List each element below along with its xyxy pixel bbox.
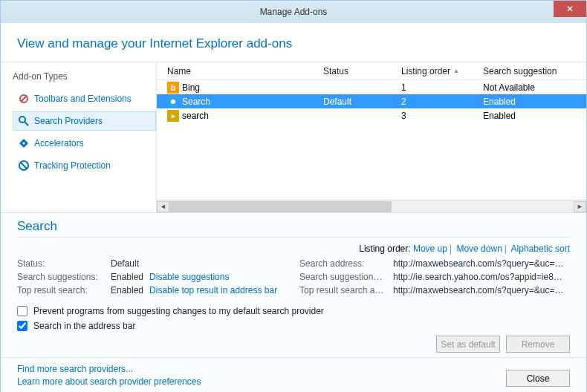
search-addressbar-checkbox[interactable]: Search in the address bar — [17, 321, 570, 331]
accelerator-icon — [18, 137, 30, 149]
sidebar-item-accelerators[interactable]: Accelerators — [13, 134, 156, 153]
details-title: Search — [17, 219, 570, 234]
search-icon — [18, 115, 30, 127]
sidebar-item-tracking-protection[interactable]: Tracking Protection — [13, 156, 156, 175]
cell-order: 3 — [395, 111, 477, 121]
suggestions-label: Search suggestions: — [17, 272, 111, 282]
sidebar-title: Add-on Types — [13, 71, 156, 82]
col-header-listing-order[interactable]: Listing order▲ — [395, 66, 477, 76]
details-panel: Search Listing order: Move up| Move down… — [1, 212, 586, 357]
window-close-button[interactable]: ✕ — [554, 1, 586, 17]
svg-line-6 — [21, 163, 27, 169]
remove-button[interactable]: Remove — [506, 336, 570, 353]
top-result-address-label: Top result search a… — [299, 285, 393, 295]
close-button[interactable]: Close — [506, 370, 570, 387]
table-row[interactable]: ▸search 3 Enabled — [157, 108, 586, 122]
close-icon: ✕ — [566, 4, 574, 14]
find-providers-link[interactable]: Find more search providers... — [17, 364, 201, 374]
cell-sugg: Not Available — [477, 82, 581, 93]
cell-name: search — [182, 111, 209, 121]
page-heading: View and manage your Internet Explorer a… — [1, 23, 586, 62]
sidebar-item-search-providers[interactable]: Search Providers — [13, 111, 156, 131]
main-body: Add-on Types Toolbars and Extensions Sea… — [1, 62, 586, 212]
prevent-changes-input[interactable] — [17, 306, 27, 316]
svg-point-8 — [171, 99, 175, 104]
cell-status: Default — [317, 97, 395, 107]
details-right-column: Search address:http://maxwebsearch.com/s… — [299, 258, 570, 298]
scroll-thumb[interactable] — [169, 201, 392, 212]
top-result-address-value: http://maxwebsearch.com/s?query=&uc=2015… — [393, 285, 564, 295]
search-suggestion-label: Search suggestion… — [299, 272, 393, 282]
scroll-right-button[interactable]: ► — [574, 201, 586, 212]
grid-panel: Name Status Listing order▲ Search sugges… — [157, 62, 586, 212]
cell-order: 2 — [395, 97, 477, 107]
horizontal-scrollbar[interactable]: ◄ ► — [157, 200, 586, 212]
col-header-status[interactable]: Status — [317, 66, 395, 76]
suggestions-value: Enabled — [111, 272, 143, 282]
toolbar-icon — [18, 93, 30, 105]
footer: Find more search providers... Learn more… — [1, 357, 586, 392]
sidebar-item-label: Accelerators — [34, 138, 84, 148]
search-address-value: http://maxwebsearch.com/s?query=&uc=2015… — [393, 258, 564, 269]
grid-rows: bBing 1 Not Available Search Default 2 E… — [157, 80, 586, 200]
table-row[interactable]: Search Default 2 Enabled — [157, 94, 586, 108]
search-addressbar-input[interactable] — [17, 321, 27, 331]
cell-name: Search — [182, 97, 210, 107]
sidebar-item-label: Toolbars and Extensions — [34, 94, 132, 104]
set-default-button[interactable]: Set as default — [436, 336, 500, 353]
status-value: Default — [111, 258, 139, 269]
top-result-label: Top result search: — [17, 285, 111, 295]
cell-order: 1 — [395, 82, 477, 93]
checkbox-group: Prevent programs from suggesting changes… — [17, 306, 570, 331]
window-title: Manage Add-ons — [260, 7, 328, 17]
details-left-column: Status:Default Search suggestions:Enable… — [17, 258, 282, 298]
bing-icon: b — [167, 82, 179, 94]
move-down-link[interactable]: Move down — [456, 244, 502, 254]
titlebar: Manage Add-ons ✕ — [1, 1, 586, 23]
sidebar-item-toolbars[interactable]: Toolbars and Extensions — [13, 89, 156, 108]
cell-sugg: Enabled — [477, 111, 581, 121]
learn-more-link[interactable]: Learn more about search provider prefere… — [17, 376, 201, 387]
prevent-changes-checkbox[interactable]: Prevent programs from suggesting changes… — [17, 306, 570, 316]
search-address-label: Search address: — [299, 258, 393, 269]
listing-order-line: Listing order: Move up| Move down| Alpha… — [17, 244, 570, 254]
status-label: Status: — [17, 258, 111, 269]
col-header-name[interactable]: Name — [161, 66, 317, 76]
sort-arrow-icon: ▲ — [453, 68, 459, 74]
svg-point-2 — [19, 117, 25, 122]
grid-header: Name Status Listing order▲ Search sugges… — [157, 62, 586, 80]
search-suggestion-value: http://ie.search.yahoo.com/os?appid=ie8&… — [393, 272, 564, 282]
disable-suggestions-link[interactable]: Disable suggestions — [149, 272, 229, 282]
provider-icon — [167, 96, 179, 108]
divider — [17, 237, 570, 238]
shield-icon — [18, 160, 30, 172]
sidebar-item-label: Search Providers — [34, 116, 103, 126]
cell-name: Bing — [182, 82, 200, 93]
scroll-left-button[interactable]: ◄ — [157, 201, 169, 212]
svg-line-1 — [21, 96, 27, 102]
col-header-suggestions[interactable]: Search suggestion — [477, 66, 581, 76]
sidebar-item-label: Tracking Protection — [34, 160, 111, 171]
manage-addons-window: Manage Add-ons ✕ View and manage your In… — [0, 0, 587, 392]
cell-sugg: Enabled — [477, 97, 581, 107]
alphabetic-sort-link[interactable]: Alphabetic sort — [511, 244, 570, 254]
svg-line-3 — [25, 122, 28, 125]
table-row[interactable]: bBing 1 Not Available — [157, 80, 586, 94]
scroll-track[interactable] — [169, 201, 574, 212]
provider-icon: ▸ — [167, 110, 179, 122]
top-result-value: Enabled — [111, 285, 143, 295]
move-up-link[interactable]: Move up — [413, 244, 447, 254]
sidebar: Add-on Types Toolbars and Extensions Sea… — [1, 62, 157, 212]
disable-top-result-link[interactable]: Disable top result in address bar — [149, 285, 277, 295]
